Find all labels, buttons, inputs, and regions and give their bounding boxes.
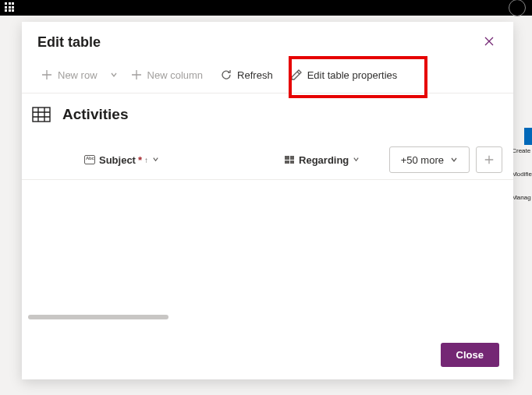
new-row-chevron-icon[interactable] [107,63,121,86]
lookup-type-icon [284,155,295,164]
table-name-heading: Activities [62,106,128,123]
required-star-icon: * [138,154,142,166]
svg-rect-0 [33,108,50,122]
regarding-label: Regarding [299,154,349,166]
more-columns-label: +50 more [401,154,444,166]
new-row-label: New row [58,69,98,81]
modal-title: Edit table [37,34,101,51]
more-columns-button[interactable]: +50 more [389,146,470,173]
new-row-button[interactable]: New row [33,64,105,86]
refresh-label: Refresh [237,69,273,81]
plus-icon [130,69,143,81]
new-column-label: New column [147,69,204,81]
plus-icon [41,69,53,81]
edit-props-label: Edit table properties [307,69,398,81]
table-icon [31,104,51,125]
app-launcher-icon[interactable] [5,2,16,13]
table-body-empty [22,180,513,343]
bg-column-labels: Create Modifie Manag [512,148,532,218]
horizontal-scrollbar[interactable] [28,315,168,319]
edit-table-modal: Edit table New row New column Refresh [22,22,513,379]
add-column-button[interactable] [476,146,502,173]
column-header-regarding[interactable]: Regarding [284,154,360,166]
toolbar: New row New column Refresh Edit table pr… [22,60,513,93]
bg-accent-strip [524,128,532,145]
chevron-down-icon [450,154,458,166]
subject-label: Subject [99,154,136,166]
text-type-icon [84,155,95,164]
refresh-button[interactable]: Refresh [212,64,281,86]
pencil-icon [290,69,303,81]
avatar[interactable] [509,0,526,16]
edit-table-properties-button[interactable]: Edit table properties [282,64,406,86]
column-header-subject[interactable]: Subject* ↑ [84,154,159,166]
refresh-icon [220,69,232,81]
chevron-down-icon[interactable] [353,156,360,164]
close-icon[interactable] [481,33,498,52]
chevron-down-icon[interactable] [152,156,159,164]
sort-asc-icon: ↑ [144,156,148,164]
new-column-button[interactable]: New column [122,64,211,86]
close-button[interactable]: Close [441,343,499,367]
